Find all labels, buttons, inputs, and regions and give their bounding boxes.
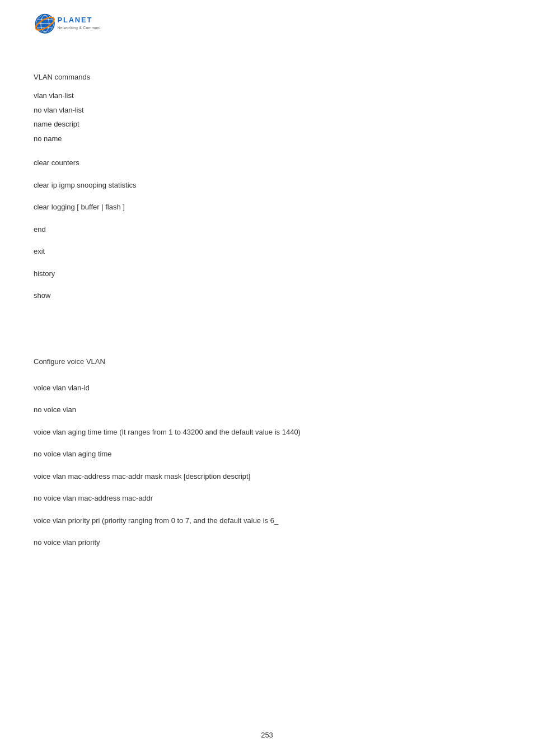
cmd-clear-ip-igmp: clear ip igmp snooping statistics (34, 180, 500, 191)
cmd-clear-logging: clear logging [ buffer | flash ] (34, 202, 500, 213)
cmd-no-voice-mac-address: no voice vlan mac-address mac-addr (34, 493, 500, 504)
cmd-voice-priority: voice vlan priority pri (priority rangin… (34, 515, 500, 526)
logo-area: PLANET Networking & Communication (34, 11, 500, 39)
cmd-history: history (34, 268, 500, 279)
vlan-commands-section: VLAN commands vlan vlan-list no vlan vla… (34, 73, 500, 301)
cmd-end: end (34, 224, 500, 235)
svg-text:PLANET: PLANET (57, 16, 92, 24)
cmd-vlan-vlan-list: vlan vlan-list (34, 90, 500, 101)
cmd-no-voice-priority: no voice vlan priority (34, 537, 500, 548)
section-gap-1 (34, 324, 500, 357)
planet-logo: PLANET Networking & Communication (34, 11, 101, 39)
cmd-no-vlan-vlan-list: no vlan vlan-list (34, 105, 500, 116)
page-number: 253 (261, 731, 273, 739)
cmd-voice-vlan-id: voice vlan vlan-id (34, 382, 500, 394)
vlan-commands-title: VLAN commands (34, 73, 500, 81)
cmd-exit: exit (34, 246, 500, 257)
cmd-voice-vlan-aging: voice vlan aging time time (It ranges fr… (34, 427, 500, 438)
cmd-show: show (34, 290, 500, 301)
voice-vlan-title: Configure voice VLAN (34, 357, 500, 366)
cmd-clear-counters: clear counters (34, 157, 500, 169)
svg-text:Networking & Communication: Networking & Communication (57, 26, 101, 30)
page-container: PLANET Networking & Communication VLAN c… (0, 0, 534, 756)
command-group-1: vlan vlan-list no vlan vlan-list name de… (34, 90, 500, 144)
cmd-voice-mac-address: voice vlan mac-address mac-addr mask mas… (34, 471, 500, 482)
cmd-name-descript: name descript (34, 119, 500, 130)
cmd-no-name: no name (34, 133, 500, 144)
cmd-no-voice-vlan: no voice vlan (34, 404, 500, 416)
voice-vlan-section: Configure voice VLAN voice vlan vlan-id … (34, 357, 500, 548)
cmd-no-voice-aging: no voice vlan aging time (34, 449, 500, 460)
